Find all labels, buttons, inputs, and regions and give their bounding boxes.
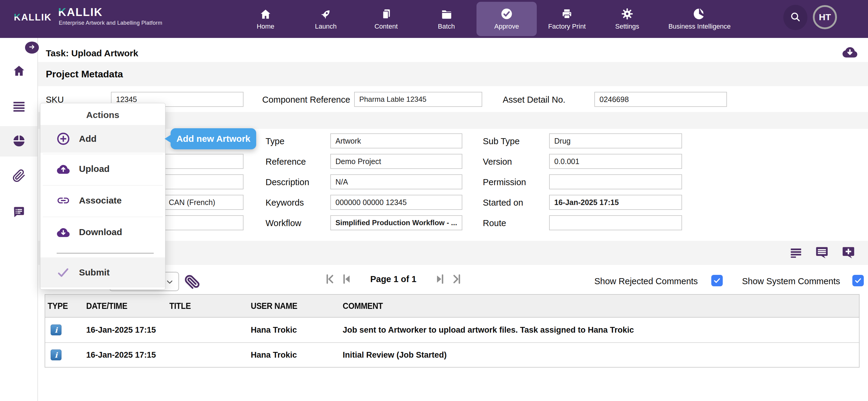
check-icon [713,277,721,285]
sidebar-item-home[interactable] [12,64,26,77]
nav-item-home[interactable]: Home [236,0,296,38]
cell-username: Hana Trokic [251,350,343,360]
permission-input[interactable] [549,174,682,189]
table-row[interactable]: i 16-Jan-2025 17:15 Hana Trokic Initial … [45,342,859,367]
sidebar-item-list[interactable] [12,100,26,113]
nav-item-label: Home [257,23,275,30]
attach-file-button[interactable] [184,274,199,291]
route-input[interactable] [549,215,682,230]
paperclip-icon [184,286,199,291]
col-header-title: TITLE [169,301,241,311]
menu-item-add[interactable]: Add [40,125,165,153]
menu-item-label: Submit [79,267,110,277]
nav-item-label: Settings [615,23,639,30]
nav-item-batch[interactable]: Batch [416,0,476,38]
cell-comment: Initial Review (Job Started) [343,350,859,360]
show-rejected-comments-label: Show Rejected Comments [594,276,698,286]
search-button[interactable] [783,5,807,30]
next-page-button[interactable] [433,272,447,286]
table-row[interactable]: i 16-Jan-2025 17:15 Hana Trokic Job sent… [45,318,859,342]
nav-item-factory-print[interactable]: Factory Print [537,0,597,38]
download-cloud-button[interactable] [841,45,858,60]
menu-divider [43,217,163,217]
top-nav-bar: KALLIK KALLIK Enterprise Artwork and Lab… [0,0,868,38]
col-header-comment: COMMENT [343,301,797,311]
nav-item-business-intelligence[interactable]: Business Intelligence [657,0,742,38]
asset-detail-no-input[interactable]: 0246698 [594,92,727,107]
brand-tagline: Enterprise Artwork and Labelling Platfor… [59,20,162,26]
align-left-icon [789,255,803,260]
printer-icon [561,7,573,20]
description-input[interactable]: N/A [330,174,462,189]
sidebar-expand-button[interactable] [25,41,39,54]
sub-type-label: Sub Type [483,136,520,146]
cloud-download-icon [841,54,858,59]
component-reference-input[interactable]: Pharma Lable 12345 [354,92,482,107]
show-system-comments-checkbox[interactable] [852,275,864,286]
nav-item-label: Approve [494,23,519,30]
menu-item-upload[interactable]: Upload [40,155,165,183]
started-on-input[interactable]: 16-Jan-2025 17:15 [549,195,682,210]
nav-item-launch[interactable]: Launch [296,0,356,38]
last-page-button[interactable] [450,272,463,286]
chevron-down-icon [165,277,174,287]
segments-icon [12,143,26,148]
logo-k-accent: K [58,6,67,19]
menu-item-associate[interactable]: Associate [40,187,165,214]
next-page-icon [434,273,446,285]
menu-item-label: Associate [79,195,122,206]
menu-item-label: Download [79,227,122,237]
sidebar-item-attachments[interactable] [12,169,26,182]
previous-page-icon [341,273,352,285]
menu-item-submit[interactable]: Submit [40,257,165,288]
search-icon [789,11,801,24]
permission-label: Permission [483,177,526,187]
sub-type-input[interactable]: Drug [549,133,682,148]
comment-list-button[interactable] [789,246,803,260]
sidebar-item-artwork[interactable] [12,134,26,147]
asset-detail-no-label: Asset Detail No. [503,95,565,105]
info-icon: i [51,325,61,335]
kallik-logo-small: KALLIK [14,12,52,23]
comment-bubble-icon [815,255,829,260]
type-input[interactable]: Artwork [330,133,462,148]
view-comments-button[interactable] [815,246,829,260]
previous-page-button[interactable] [340,272,353,286]
col-header-username: USER NAME [251,301,332,311]
nav-item-approve[interactable]: Approve [476,2,537,36]
menu-lines-icon [12,109,26,114]
logo-text: ALLIK [67,6,103,19]
kallik-logo: KALLIK [58,6,103,19]
add-comment-button[interactable] [841,246,855,260]
first-page-button[interactable] [323,272,337,286]
check-circle-icon [500,7,513,20]
comments-pagination: Page 1 of 1 [323,272,463,286]
workflow-input[interactable]: Simplified Production Workflow - ... [330,215,462,230]
plus-circle-icon [56,132,70,146]
menu-item-download[interactable]: Download [40,218,165,246]
page-title: Task: Upload Artwork [46,48,138,58]
pie-chart-icon [693,7,706,20]
menu-divider [43,185,163,186]
actions-menu: Actions Add Upload Associate D [40,103,165,290]
last-page-icon [451,273,463,285]
user-avatar[interactable]: HT [813,5,837,29]
nav-item-settings[interactable]: Settings [597,0,657,38]
actions-menu-title: Actions [40,110,165,120]
menu-divider [43,154,163,154]
component-reference-label: Component Reference [262,95,350,105]
menu-separator [57,253,154,254]
nav-item-label: Batch [438,23,455,30]
workflow-label: Workflow [266,218,301,228]
menu-item-label: Upload [79,164,110,174]
sidebar-item-comments[interactable] [12,206,26,219]
reference-input[interactable]: Demo Project [330,154,462,169]
keywords-input[interactable]: 000000 00000 12345 [330,195,462,210]
cloud-upload-icon [56,163,70,175]
cell-datetime: 16-Jan-2025 17:15 [86,350,169,360]
documents-icon [380,7,392,20]
show-rejected-comments-checkbox[interactable] [711,275,723,286]
nav-item-content[interactable]: Content [356,0,416,38]
paperclip-icon [12,178,26,183]
version-input[interactable]: 0.0.001 [549,154,682,169]
